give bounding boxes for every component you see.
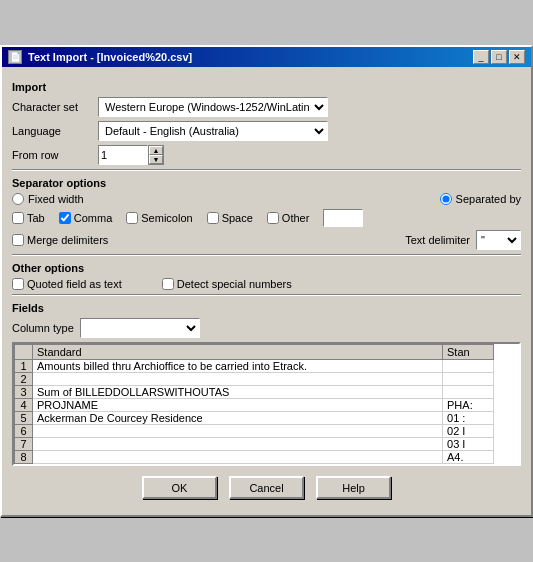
window-title: Text Import - [Invoiced%20.csv]: [28, 51, 192, 63]
comma-label: Comma: [74, 212, 113, 224]
data-table-inner[interactable]: Standard Stan 1 Amounts billed thru Arch…: [14, 344, 519, 464]
column-type-select[interactable]: [80, 318, 200, 338]
button-row: OK Cancel Help: [12, 476, 521, 507]
from-row-spinner: ▲ ▼: [98, 145, 164, 165]
table-header-stan: Stan: [443, 345, 494, 360]
other-checkbox-item: Other: [267, 212, 310, 224]
spinner-arrows: ▲ ▼: [148, 145, 164, 165]
spinner-down[interactable]: ▼: [149, 155, 163, 164]
row-col2: [443, 360, 494, 373]
cancel-button[interactable]: Cancel: [229, 476, 304, 499]
row-number: 6: [15, 425, 33, 438]
semicolon-checkbox-item: Semicolon: [126, 212, 192, 224]
semicolon-label: Semicolon: [141, 212, 192, 224]
table-row[interactable]: 8 A4.: [15, 451, 494, 464]
from-row-label: From row: [12, 149, 92, 161]
row-col1: Sum of BILLEDDOLLARSWITHOUTAS: [33, 386, 443, 399]
tab-checkbox-item: Tab: [12, 212, 45, 224]
character-set-select[interactable]: Western Europe (Windows-1252/WinLatin 1): [98, 97, 328, 117]
semicolon-checkbox[interactable]: [126, 212, 138, 224]
text-delimiter-select[interactable]: ": [476, 230, 521, 250]
character-set-label: Character set: [12, 101, 92, 113]
column-type-row: Column type: [12, 318, 521, 338]
row-col2: [443, 373, 494, 386]
fixed-width-label: Fixed width: [28, 193, 84, 205]
text-delimiter-row: Text delimiter ": [405, 230, 521, 250]
comma-checkbox-item: Comma: [59, 212, 113, 224]
table-header-rownum: [15, 345, 33, 360]
window-icon: 📄: [8, 50, 22, 64]
space-checkbox[interactable]: [207, 212, 219, 224]
fixed-width-radio[interactable]: [12, 193, 24, 205]
table-row[interactable]: 1 Amounts billed thru Archioffice to be …: [15, 360, 494, 373]
tab-label: Tab: [27, 212, 45, 224]
table-row[interactable]: 4 PROJNAME PHA:: [15, 399, 494, 412]
space-checkbox-item: Space: [207, 212, 253, 224]
spinner-up[interactable]: ▲: [149, 146, 163, 155]
separator-section-label: Separator options: [12, 177, 521, 189]
table-row[interactable]: 3 Sum of BILLEDDOLLARSWITHOUTAS: [15, 386, 494, 399]
tab-checkbox[interactable]: [12, 212, 24, 224]
detect-special-item: Detect special numbers: [162, 278, 292, 290]
comma-checkbox[interactable]: [59, 212, 71, 224]
merge-delim-row: Merge delimiters Text delimiter ": [12, 230, 521, 250]
title-bar-left: 📄 Text Import - [Invoiced%20.csv]: [8, 50, 192, 64]
title-buttons: _ □ ✕: [473, 50, 525, 64]
separated-by-label: Separated by: [456, 193, 521, 205]
row-number: 5: [15, 412, 33, 425]
merge-delimiters-checkbox[interactable]: [12, 234, 24, 246]
minimize-button[interactable]: _: [473, 50, 489, 64]
from-row-input[interactable]: [98, 145, 148, 165]
character-set-row: Character set Western Europe (Windows-12…: [12, 97, 521, 117]
table-row[interactable]: 2: [15, 373, 494, 386]
from-row-row: From row ▲ ▼: [12, 145, 521, 165]
row-col2: 02 I: [443, 425, 494, 438]
ok-button[interactable]: OK: [142, 476, 217, 499]
separated-by-row: Separated by: [440, 193, 521, 205]
fields-section-label: Fields: [12, 302, 521, 314]
row-col2: PHA:: [443, 399, 494, 412]
fixed-width-row: Fixed width: [12, 193, 84, 205]
quoted-field-item: Quoted field as text: [12, 278, 122, 290]
data-table: Standard Stan 1 Amounts billed thru Arch…: [14, 344, 494, 464]
data-table-container: Standard Stan 1 Amounts billed thru Arch…: [12, 342, 521, 466]
separator-3: [12, 294, 521, 296]
detect-special-checkbox[interactable]: [162, 278, 174, 290]
separator-checkboxes: Tab Comma Semicolon Space Other: [12, 209, 521, 227]
row-col1: Ackerman De Courcey Residence: [33, 412, 443, 425]
title-bar: 📄 Text Import - [Invoiced%20.csv] _ □ ✕: [2, 47, 531, 67]
language-row: Language Default - English (Australia): [12, 121, 521, 141]
maximize-button[interactable]: □: [491, 50, 507, 64]
other-checkbox[interactable]: [267, 212, 279, 224]
row-col2: [443, 386, 494, 399]
row-col2: 01 :: [443, 412, 494, 425]
row-col1: [33, 373, 443, 386]
main-window: 📄 Text Import - [Invoiced%20.csv] _ □ ✕ …: [0, 45, 533, 517]
language-select[interactable]: Default - English (Australia): [98, 121, 328, 141]
table-row[interactable]: 7 03 I: [15, 438, 494, 451]
separated-by-radio[interactable]: [440, 193, 452, 205]
text-delimiter-label: Text delimiter: [405, 234, 470, 246]
table-row[interactable]: 5 Ackerman De Courcey Residence 01 :: [15, 412, 494, 425]
row-number: 4: [15, 399, 33, 412]
column-type-label: Column type: [12, 322, 74, 334]
row-number: 7: [15, 438, 33, 451]
detect-special-label: Detect special numbers: [177, 278, 292, 290]
table-row[interactable]: 6 02 I: [15, 425, 494, 438]
table-header-standard: Standard: [33, 345, 443, 360]
row-col1: [33, 438, 443, 451]
quoted-field-checkbox[interactable]: [12, 278, 24, 290]
other-label: Other: [282, 212, 310, 224]
other-separator-input[interactable]: [323, 209, 363, 227]
close-button[interactable]: ✕: [509, 50, 525, 64]
quoted-field-label: Quoted field as text: [27, 278, 122, 290]
help-button[interactable]: Help: [316, 476, 391, 499]
separator-2: [12, 254, 521, 256]
row-col1: [33, 451, 443, 464]
row-number: 1: [15, 360, 33, 373]
merge-delimiters-item: Merge delimiters: [12, 234, 108, 246]
row-number: 3: [15, 386, 33, 399]
row-col1: [33, 425, 443, 438]
import-section-label: Import: [12, 81, 521, 93]
space-label: Space: [222, 212, 253, 224]
